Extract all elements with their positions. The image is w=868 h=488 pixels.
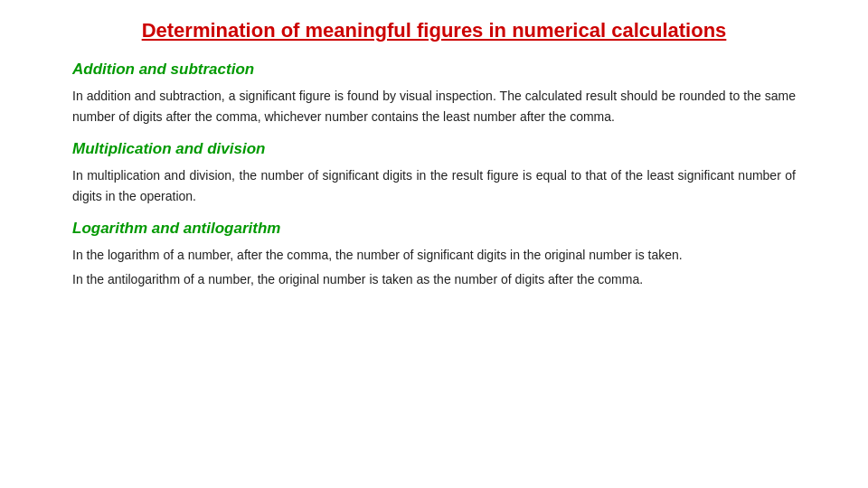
section-body-logarithm-1: In the logarithm of a number, after the … [72, 245, 796, 266]
section-body-logarithm-2: In the antilogarithm of a number, the or… [72, 269, 796, 290]
page-title: Determination of meaningful figures in n… [72, 18, 796, 44]
section-body-addition: In addition and subtraction, a significa… [72, 86, 796, 127]
section-heading-logarithm: Logarithm and antilogarithm [72, 220, 796, 238]
section-body-multiplication: In multiplication and division, the numb… [72, 165, 796, 207]
section-heading-addition: Addition and subtraction [72, 61, 796, 79]
page-container: Determination of meaningful figures in n… [0, 0, 868, 488]
section-heading-multiplication: Multiplication and division [72, 140, 796, 158]
